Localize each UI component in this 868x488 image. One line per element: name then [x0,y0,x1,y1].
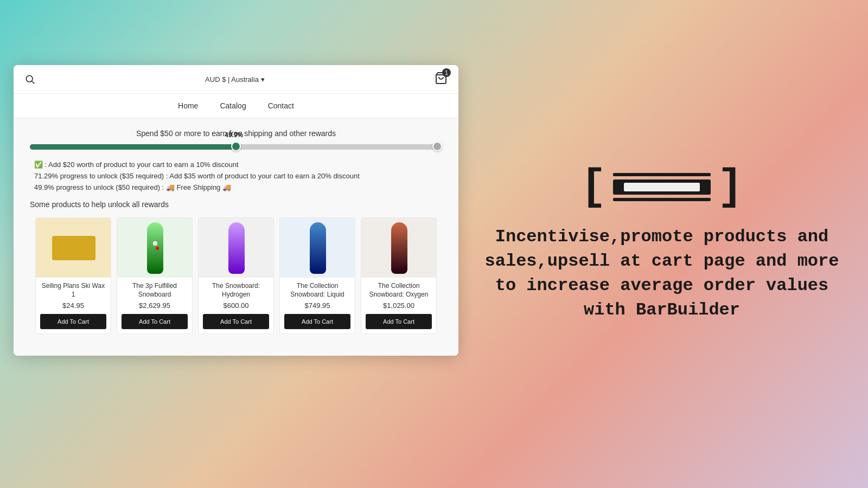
progress-track [30,144,442,150]
product-info-3: The Snowboard: Hydrogen $600.00 Add To C… [199,278,273,333]
snowboard-green-shape [147,222,163,274]
add-to-cart-btn-2[interactable]: Add To Cart [122,314,188,329]
product-card-5: The Collection Snowboard: Oxygen $1,025.… [361,217,437,334]
progress-label: 49.9% [225,131,243,139]
store-nav: Home Catalog Contact [14,94,458,118]
product-card-3: The Snowboard: Hydrogen $600.00 Add To C… [198,217,274,334]
cart-count: 1 [442,68,451,77]
barbuilder-logo: [ ] [580,165,743,209]
logo-inner [607,169,717,206]
progress-thumb-right [432,142,442,151]
product-name-4: The Collection Snowboard: Liquid [284,282,350,299]
snowboard-dot-white [153,241,157,246]
rewards-section: Spend $50 or more to earn free shipping … [14,118,458,356]
tagline: Incentivise,promote products and sales,u… [477,225,846,322]
bracket-left-icon: [ [580,165,607,209]
add-to-cart-btn-5[interactable]: Add To Cart [366,314,432,329]
add-to-cart-btn-4[interactable]: Add To Cart [284,314,350,329]
wax-shape [52,236,95,260]
bullet-2: 71.29% progress to unlock ($35 required)… [30,172,442,180]
product-price-4: $749.95 [284,301,350,310]
progress-bar-container: 49.9% [30,144,442,150]
products-grid: Selling Plans Ski Wax 1 $24.95 Add To Ca… [30,217,442,345]
chevron-down-icon: ▾ [261,75,265,84]
logo-bar-bottom [613,198,711,201]
product-card-1: Selling Plans Ski Wax 1 $24.95 Add To Ca… [35,217,111,334]
progress-thumb-left [231,142,241,151]
product-image-3 [199,218,274,278]
snowboard-dot-red [156,247,159,250]
bullet-1: ✅ : Add $20 worth of product to your car… [30,160,442,169]
product-card-2: The 3p Fulfilled Snowboard $2,629.95 Add… [117,217,193,334]
product-name-3: The Snowboard: Hydrogen [203,282,269,299]
add-to-cart-btn-1[interactable]: Add To Cart [40,314,106,329]
product-name-1: Selling Plans Ski Wax 1 [40,282,106,299]
snowboard-dark-shape [391,222,407,274]
product-name-5: The Collection Snowboard: Oxygen [366,282,432,299]
nav-contact[interactable]: Contact [268,101,294,110]
product-price-1: $24.95 [40,301,106,310]
logo-bar-top [613,173,711,176]
logo-bar-inner [624,183,700,191]
currency-label: AUD $ | Australia [205,75,259,84]
section-label: Some products to help unlock all rewards [30,200,442,209]
product-image-4 [280,218,355,278]
add-to-cart-btn-3[interactable]: Add To Cart [203,314,269,329]
product-image-2 [117,218,193,278]
progress-fill [30,144,235,150]
product-info-4: The Collection Snowboard: Liquid $749.95… [280,278,355,333]
product-info-1: Selling Plans Ski Wax 1 $24.95 Add To Ca… [36,278,111,333]
product-image-5 [361,218,437,278]
svg-line-1 [32,81,35,84]
right-panel: [ ] Incentivise,promote products and sal… [456,0,868,488]
product-price-2: $2,629.95 [122,301,188,310]
nav-catalog[interactable]: Catalog [220,101,246,110]
logo-bar-main [613,179,711,195]
currency-selector[interactable]: AUD $ | Australia ▾ [205,75,265,84]
store-panel: AUD $ | Australia ▾ 1 Home Catalog Conta… [14,65,458,356]
search-button[interactable] [24,74,35,85]
snowboard-purple-shape [228,222,245,274]
product-name-2: The 3p Fulfilled Snowboard [122,282,188,299]
product-image-1 [36,218,111,278]
bracket-right-icon: ] [717,165,743,209]
bullet-3: 49.9% progress to unlock ($50 required) … [30,183,442,191]
cart-button[interactable]: 1 [435,72,448,87]
nav-home[interactable]: Home [178,101,198,110]
product-price-5: $1,025.00 [366,301,432,310]
snowboard-blue-shape [310,222,326,274]
product-info-5: The Collection Snowboard: Oxygen $1,025.… [361,278,436,333]
svg-point-0 [26,75,33,82]
logo-bracket: [ ] [580,165,743,209]
rewards-bullets: ✅ : Add $20 worth of product to your car… [30,160,442,191]
product-card-4: The Collection Snowboard: Liquid $749.95… [279,217,355,334]
store-header: AUD $ | Australia ▾ 1 [14,65,458,94]
product-price-3: $600.00 [203,301,269,310]
product-info-2: The 3p Fulfilled Snowboard $2,629.95 Add… [117,278,192,333]
